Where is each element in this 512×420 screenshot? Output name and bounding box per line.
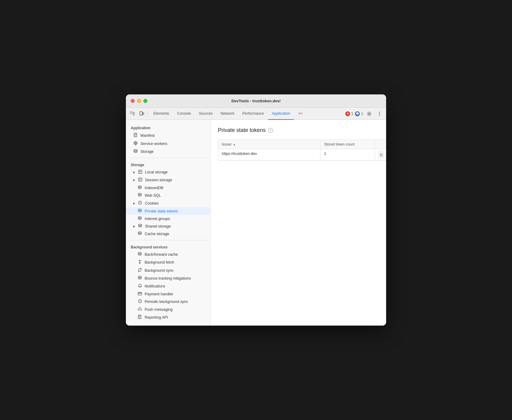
private-state-tokens-table: Issuer ▲ Stored token count https://trus… xyxy=(218,139,386,161)
sort-arrow-icon: ▲ xyxy=(233,143,236,146)
svg-point-5 xyxy=(379,113,380,114)
session-storage-arrow: ▶ xyxy=(133,179,135,182)
background-sync-label: Background sync xyxy=(145,268,174,273)
svg-point-33 xyxy=(138,276,141,277)
maximize-button[interactable] xyxy=(143,99,147,103)
shared-storage-arrow: ▶ xyxy=(133,225,135,228)
payment-handler-icon xyxy=(137,292,142,296)
main-content: Private state tokens i Issuer ▲ Stored t… xyxy=(211,120,386,326)
svg-point-30 xyxy=(139,224,142,225)
info-tooltip-button[interactable]: i xyxy=(268,128,273,133)
svg-rect-0 xyxy=(130,112,132,113)
sidebar-item-payment-handler[interactable]: Payment handler xyxy=(126,290,210,298)
background-sync-icon xyxy=(137,268,142,273)
svg-point-28 xyxy=(138,209,141,210)
interest-groups-icon xyxy=(137,216,142,221)
sidebar-item-cookies[interactable]: ▶ Cookies xyxy=(126,199,210,207)
td-actions: 🗑 xyxy=(375,149,386,160)
background-section-title: Background services xyxy=(126,243,210,251)
local-storage-label: Local storage xyxy=(145,170,168,174)
sidebar-item-back-forward-cache[interactable]: Back/forward cache xyxy=(126,251,210,258)
error-badge[interactable]: ✕ 1 xyxy=(345,111,353,116)
titlebar: DevTools - trusttoken.dev/ xyxy=(126,94,386,108)
toolbar-right: ✕ 1 💬 1 xyxy=(345,110,384,118)
minimize-button[interactable] xyxy=(137,99,141,103)
periodic-background-sync-icon xyxy=(137,299,142,304)
sidebar-item-service-workers[interactable]: Service workers xyxy=(126,139,210,148)
svg-point-14 xyxy=(134,149,137,151)
sidebar-item-storage-app[interactable]: Storage xyxy=(126,148,210,155)
sidebar-item-periodic-background-sync[interactable]: Periodic background sync xyxy=(126,298,210,306)
sidebar-item-local-storage[interactable]: ▶ Local storage xyxy=(126,168,210,176)
device-toolbar-button[interactable] xyxy=(137,110,146,118)
shared-storage-icon xyxy=(138,224,143,228)
sidebar-item-shared-storage[interactable]: ▶ Shared storage xyxy=(126,222,210,230)
periodic-background-sync-label: Periodic background sync xyxy=(145,300,188,304)
toolbar: Elements Console Sources Network Perform… xyxy=(126,108,386,120)
tab-application[interactable]: Application xyxy=(268,108,294,120)
bounce-tracking-label: Bounce tracking mitigations xyxy=(145,276,191,281)
td-token-count: 1 xyxy=(320,149,375,160)
sidebar-item-notifications[interactable]: Notifications xyxy=(126,282,210,290)
more-options-button[interactable] xyxy=(375,110,384,118)
sidebar-item-reporting-api[interactable]: Reporting API xyxy=(126,313,210,321)
svg-point-4 xyxy=(379,112,380,113)
cookies-label: Cookies xyxy=(145,201,159,205)
th-issuer[interactable]: Issuer ▲ xyxy=(218,140,320,149)
settings-button[interactable] xyxy=(365,110,373,118)
svg-point-24 xyxy=(139,202,140,203)
close-button[interactable] xyxy=(131,99,135,103)
inspect-element-button[interactable] xyxy=(128,110,137,118)
web-sql-icon xyxy=(137,193,142,198)
svg-rect-34 xyxy=(138,292,142,295)
sidebar-item-bounce-tracking[interactable]: Bounce tracking mitigations xyxy=(126,274,210,282)
tab-performance[interactable]: Performance xyxy=(239,108,268,120)
storage-section-title: Storage xyxy=(126,160,210,168)
sidebar-item-push-messaging[interactable]: Push messaging xyxy=(126,306,210,313)
sidebar-item-manifest[interactable]: Manifest xyxy=(126,131,210,139)
web-sql-label: Web SQL xyxy=(145,193,161,198)
storage-app-label: Storage xyxy=(140,149,154,154)
svg-point-26 xyxy=(139,203,140,204)
td-issuer: https://trusttoken.dev xyxy=(218,149,320,160)
sidebar-item-background-sync[interactable]: Background sync xyxy=(126,266,210,274)
service-workers-icon xyxy=(133,141,138,146)
info-badge[interactable]: 💬 1 xyxy=(355,111,363,116)
tab-console[interactable]: Console xyxy=(173,108,195,120)
service-workers-label: Service workers xyxy=(140,142,167,146)
sidebar-item-cache-storage[interactable]: Cache storage xyxy=(126,230,210,238)
svg-point-27 xyxy=(140,203,141,203)
sidebar: Application Manifest Service workers Sto… xyxy=(126,120,211,326)
indexeddb-label: IndexedDB xyxy=(145,186,163,190)
svg-rect-1 xyxy=(140,112,142,115)
tab-elements[interactable]: Elements xyxy=(150,108,173,120)
tab-network[interactable]: Network xyxy=(217,108,238,120)
delete-row-button[interactable]: 🗑 xyxy=(379,152,383,158)
svg-point-3 xyxy=(369,113,370,114)
sidebar-item-web-sql[interactable]: Web SQL xyxy=(126,192,210,199)
sidebar-item-background-fetch[interactable]: Background fetch xyxy=(126,258,210,266)
svg-point-23 xyxy=(139,201,142,205)
error-icon: ✕ xyxy=(345,111,350,116)
svg-rect-2 xyxy=(143,113,144,115)
background-divider xyxy=(126,240,210,240)
window-title: DevTools - trusttoken.dev/ xyxy=(231,99,281,103)
cookies-icon xyxy=(138,201,143,206)
background-fetch-icon xyxy=(137,260,142,265)
background-fetch-label: Background fetch xyxy=(145,260,174,264)
sidebar-item-interest-groups[interactable]: Interest groups xyxy=(126,215,210,222)
notifications-icon xyxy=(137,284,142,289)
sidebar-item-private-state-tokens[interactable]: Private state tokens xyxy=(126,207,210,215)
push-messaging-label: Push messaging xyxy=(145,307,172,312)
svg-rect-18 xyxy=(139,178,142,181)
tab-sources[interactable]: Sources xyxy=(195,108,216,120)
interest-groups-label: Interest groups xyxy=(145,217,170,221)
svg-point-29 xyxy=(138,217,141,218)
sidebar-item-indexeddb[interactable]: IndexedDB xyxy=(126,184,210,192)
sidebar-item-session-storage[interactable]: ▶ Session storage xyxy=(126,176,210,184)
svg-point-9 xyxy=(135,143,136,144)
tab-more[interactable]: >> xyxy=(294,108,306,120)
content-area: Application Manifest Service workers Sto… xyxy=(126,120,386,326)
private-state-tokens-label: Private state tokens xyxy=(145,209,178,213)
table-row: https://trusttoken.dev 1 🗑 xyxy=(218,149,386,160)
